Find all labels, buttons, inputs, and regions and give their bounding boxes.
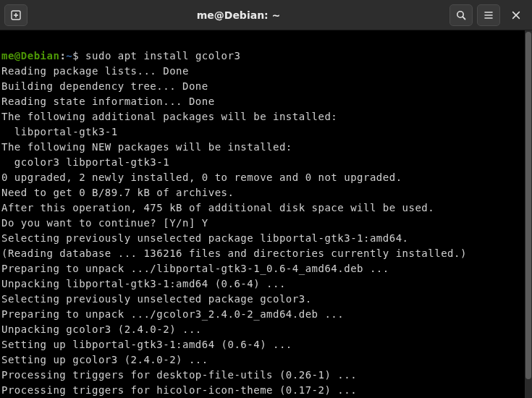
output-line: (Reading database ... 136216 files and d…: [1, 247, 467, 259]
search-icon: [455, 9, 467, 21]
prompt-host: Debian: [21, 50, 60, 62]
output-line: The following NEW packages will be insta…: [1, 141, 292, 153]
plus-icon: [10, 9, 22, 21]
terminal-area: me@Debian:~$ sudo apt install gcolor3 Re…: [0, 30, 532, 398]
terminal-output[interactable]: me@Debian:~$ sudo apt install gcolor3 Re…: [0, 30, 525, 398]
hamburger-icon: [483, 9, 494, 21]
prompt-line: me@Debian:~$ sudo apt install gcolor3: [1, 50, 240, 62]
output-line: gcolor3 libportal-gtk3-1: [1, 156, 169, 168]
output-line: Processing triggers for desktop-file-uti…: [1, 369, 357, 381]
prompt-colon: :: [59, 50, 66, 62]
new-tab-button[interactable]: [4, 4, 28, 26]
prompt-at: @: [14, 50, 21, 62]
titlebar: me@Debian: ~: [0, 0, 532, 30]
output-line: Setting up libportal-gtk3-1:amd64 (0.6-4…: [1, 339, 292, 350]
output-line: Setting up gcolor3 (2.4.0-2) ...: [1, 354, 208, 365]
output-line: Do you want to continue? [Y/n] Y: [1, 217, 208, 229]
output-line: Unpacking gcolor3 (2.4.0-2) ...: [1, 323, 202, 335]
prompt-user: me: [1, 50, 14, 62]
prompt-dollar: $: [72, 50, 85, 62]
menu-button[interactable]: [477, 4, 500, 26]
output-line: Processing triggers for hicolor-icon-the…: [1, 384, 357, 396]
command-text: sudo apt install gcolor3: [85, 50, 240, 62]
search-button[interactable]: [449, 4, 473, 26]
output-line: Selecting previously unselected package …: [1, 232, 409, 244]
output-line: Reading package lists... Done: [1, 65, 189, 77]
output-line: Selecting previously unselected package …: [1, 293, 312, 305]
output-line: Unpacking libportal-gtk3-1:amd64 (0.6-4)…: [1, 278, 286, 289]
output-line: The following additional packages will b…: [1, 111, 337, 122]
output-line: Need to get 0 B/89.7 kB of archives.: [1, 187, 234, 198]
output-line: After this operation, 475 kB of addition…: [1, 202, 434, 213]
output-line: Reading state information... Done: [1, 96, 215, 107]
output-line: 0 upgraded, 2 newly installed, 0 to remo…: [1, 172, 402, 183]
scrollbar[interactable]: [525, 30, 532, 398]
close-icon: [511, 10, 521, 20]
prompt-path: ~: [66, 50, 72, 62]
svg-line-4: [463, 17, 465, 19]
scrollbar-thumb[interactable]: [525, 32, 531, 379]
output-line: Preparing to unpack .../libportal-gtk3-1…: [1, 263, 389, 274]
output-line: libportal-gtk3-1: [1, 126, 118, 137]
output-line: Preparing to unpack .../gcolor3_2.4.0-2_…: [1, 308, 344, 320]
window-title: me@Debian: ~: [32, 9, 445, 21]
close-button[interactable]: [504, 4, 528, 26]
output-line: Building dependency tree... Done: [1, 80, 208, 92]
